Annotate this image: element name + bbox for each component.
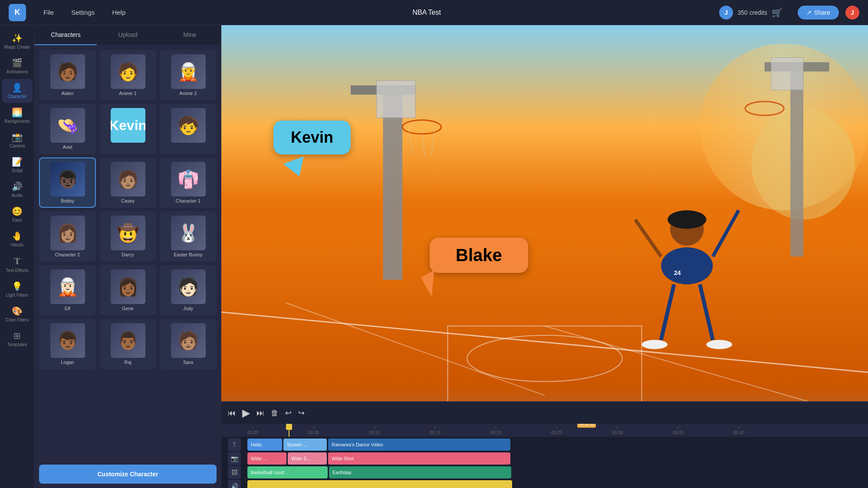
track-camera-icon: 📷	[228, 452, 241, 465]
redo-button[interactable]: ↪	[298, 408, 305, 418]
clip-wide2[interactable]: Wide S...	[288, 452, 327, 465]
ruler-mark-35: 00:35	[673, 426, 684, 435]
sidebar-item-animations[interactable]: 🎬 Animations	[2, 54, 33, 78]
char-name-elf: Elf	[65, 306, 70, 311]
ruler-mark-10: 00:10	[369, 426, 380, 435]
tab-mine[interactable]: Mine	[159, 25, 221, 45]
sidebar-item-light-filters[interactable]: 💡 Light Filters	[2, 278, 33, 301]
char-item-b2[interactable]: 🧒	[160, 104, 217, 154]
char-item-elf[interactable]: 🧝🏻 Elf	[39, 265, 96, 315]
project-title: NBA Test	[134, 9, 719, 16]
clip-basketball[interactable]: basketball court ...	[247, 466, 328, 478]
char-item-char2[interactable]: 👩🏽 Character 2	[39, 211, 96, 262]
user-avatar-right[interactable]: J	[845, 6, 859, 20]
ruler-mark-30: 00:30	[612, 426, 623, 435]
camera-icon: 📸	[12, 132, 23, 142]
sidebar-item-script[interactable]: 📝 Script	[2, 153, 33, 177]
track-background-icon: 🖼	[228, 466, 241, 479]
undo-button[interactable]: ↩	[285, 408, 292, 418]
char-item-gene[interactable]: 👩🏾 Gene	[99, 265, 156, 315]
char-name-anime1: Anime 1	[119, 91, 136, 96]
sidebar-label-script: Script	[12, 168, 23, 174]
sidebar-item-magic-create[interactable]: ✨ Magic Create	[2, 29, 33, 53]
sidebar-item-color-filters[interactable]: 🎨 Color Filters	[2, 302, 33, 326]
cart-icon[interactable]: 🛒	[772, 7, 783, 18]
kevin-tooltip: Kevin	[273, 121, 351, 154]
sidebar-item-hands[interactable]: 🤚 Hands	[2, 227, 33, 251]
skip-to-start-button[interactable]: ⏮	[228, 409, 236, 418]
sidebar-label-character: Character	[8, 94, 27, 99]
track-background: 🖼 basketball court ... Earthday	[247, 466, 868, 478]
char-avatar-sara: 🧑🏽	[171, 323, 206, 358]
clip-screen[interactable]: Screen ...	[283, 439, 327, 451]
sidebar-item-templates[interactable]: ⊞ Templates	[2, 327, 33, 351]
clip-audio[interactable]	[247, 480, 512, 488]
char-item-anime2[interactable]: 🧝 Anime 2	[160, 50, 217, 100]
character-icon: 👤	[12, 82, 23, 93]
char-item-ariel[interactable]: 👒 Ariel	[39, 104, 96, 154]
sidebar-label-audio: Audio	[12, 193, 23, 198]
char-name-casey: Casey	[121, 198, 135, 203]
char-item-raj[interactable]: 👨🏾 Raj	[99, 319, 156, 369]
svg-text:24: 24	[674, 269, 681, 276]
char-avatar-gene: 👩🏾	[111, 269, 145, 304]
char-item-jody[interactable]: 🧑🏻 Jody	[160, 265, 217, 315]
sidebar-label-light-filters: Light Filters	[6, 293, 29, 298]
ruler-mark-15: 00:15	[430, 426, 441, 435]
char-item-b1[interactable]: Kevin	[99, 104, 156, 154]
char-item-char1[interactable]: 👘 Character 1	[160, 157, 217, 208]
magic-create-icon: ✨	[12, 33, 23, 43]
clip-wide-shot[interactable]: Wide Shot	[328, 452, 510, 465]
character-grid: 🧑🏾 Aiden 🧑 Anime 1 🧝 Anime 2	[39, 50, 217, 369]
char-item-easter-bunny[interactable]: 🐰 Easter Bunny	[160, 211, 217, 262]
play-button[interactable]: ▶	[242, 407, 250, 419]
svg-point-28	[642, 340, 668, 349]
customize-character-button[interactable]: Customize Character	[39, 465, 217, 484]
char-name-sara: Sara	[183, 360, 193, 365]
svg-rect-9	[383, 95, 403, 280]
delete-button[interactable]: 🗑	[271, 409, 279, 418]
clip-hello[interactable]: Hello	[247, 439, 282, 451]
char-item-logan[interactable]: 👦🏾 Logan	[39, 319, 96, 369]
char-name-ariel: Ariel	[62, 144, 72, 150]
char-avatar-anime2: 🧝	[171, 54, 206, 89]
sidebar-item-face[interactable]: 😊 Face	[2, 203, 33, 226]
char-item-aiden[interactable]: 🧑🏾 Aiden	[39, 50, 96, 100]
kevin-label: Kevin	[291, 128, 333, 146]
tab-upload[interactable]: Upload	[97, 25, 159, 45]
sidebar-item-character[interactable]: 👤 Character	[2, 79, 33, 103]
svg-point-22	[667, 210, 706, 229]
characters-panel: Characters Upload Mine 🧑🏾 Aiden 🧑 Anime …	[35, 25, 221, 488]
char-item-bobby[interactable]: 👦🏿 Bobby	[39, 157, 96, 208]
clip-earthday[interactable]: Earthday	[329, 466, 511, 478]
char-avatar-casey: 🧑🏽	[111, 162, 145, 197]
panel-tabs: Characters Upload Mine	[35, 25, 221, 46]
clip-ramarea[interactable]: Ramarea's Dance Video	[328, 439, 510, 451]
user-avatar-j[interactable]: J	[719, 6, 733, 20]
svg-point-29	[707, 340, 733, 349]
canvas-area: 24 Kevin Blake ⏮ ▶ ⏭	[221, 25, 868, 488]
sidebar-label-face: Face	[12, 218, 22, 223]
skip-to-end-button[interactable]: ⏭	[256, 409, 264, 418]
svg-rect-16	[790, 72, 803, 257]
char-item-casey[interactable]: 🧑🏽 Casey	[99, 157, 156, 208]
tab-characters[interactable]: Characters	[35, 25, 97, 45]
char-item-darcy[interactable]: 🤠 Darcy	[99, 211, 156, 262]
timeline-controls: ⏮ ▶ ⏭ 🗑 ↩ ↪	[221, 402, 868, 424]
sidebar-item-camera[interactable]: 📸 Camera	[2, 128, 33, 152]
char-item-sara[interactable]: 🧑🏽 Sara	[160, 319, 217, 369]
sidebar-item-text-effects[interactable]: T Text Effects	[2, 252, 33, 277]
share-button[interactable]: ↗ Share	[798, 6, 839, 20]
char-item-anime1[interactable]: 🧑 Anime 1	[99, 50, 156, 100]
char-name-easter-bunny: Easter Bunny	[174, 252, 202, 257]
clip-wide1[interactable]: Wide ...	[247, 452, 286, 465]
nav-help[interactable]: Help	[103, 5, 134, 20]
svg-rect-11	[377, 81, 415, 118]
sidebar-label-text-effects: Text Effects	[6, 268, 29, 273]
sidebar-item-backgrounds[interactable]: 🌅 Backgrounds	[2, 104, 33, 128]
nav-settings[interactable]: Settings	[62, 5, 103, 20]
ruler-mark-20: 00:20	[490, 426, 501, 435]
blake-label: Blake	[456, 246, 502, 265]
nav-file[interactable]: File	[35, 5, 62, 20]
sidebar-item-audio[interactable]: 🔊 Audio	[2, 178, 33, 202]
